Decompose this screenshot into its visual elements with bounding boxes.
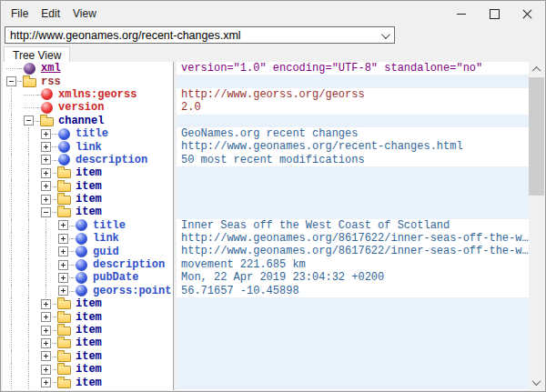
plus-icon[interactable]	[41, 299, 51, 309]
expander-plus-icon[interactable]	[37, 297, 55, 310]
expander-minus-icon[interactable]	[20, 115, 37, 127]
minus-icon[interactable]	[41, 207, 51, 217]
tree-node-xmlns:georss[interactable]: xmlns:georss	[3, 88, 173, 101]
expander-plus-icon[interactable]	[37, 337, 55, 349]
scrollbar-thumb[interactable]	[529, 77, 544, 196]
tree-node-item[interactable]: item	[3, 206, 173, 218]
tree-node-label[interactable]: link	[73, 141, 102, 154]
minus-icon[interactable]	[24, 116, 34, 126]
scroll-up-button[interactable]	[529, 62, 544, 77]
menu-file[interactable]: File	[5, 5, 35, 23]
tree-node-version[interactable]: version	[3, 101, 173, 114]
expander-plus-icon[interactable]	[37, 376, 55, 388]
tree-node-label[interactable]: item	[73, 180, 102, 193]
tree-node-label[interactable]: title	[90, 219, 126, 232]
tree-node-label[interactable]: description	[90, 258, 165, 271]
minimize-button[interactable]	[445, 3, 478, 25]
tree-node-label[interactable]: item	[73, 350, 102, 363]
expander-plus-icon[interactable]	[37, 140, 55, 153]
tree-node-label[interactable]: item	[73, 363, 102, 376]
tree-node-label[interactable]: item	[73, 193, 102, 206]
tree-node-link[interactable]: link	[3, 232, 173, 245]
tree-node-label[interactable]: version	[56, 101, 104, 114]
plus-icon[interactable]	[41, 326, 51, 336]
tree-node-item[interactable]: item	[3, 193, 173, 206]
tree-node-label[interactable]: channel	[56, 115, 104, 127]
tree-node-label[interactable]: xml	[38, 62, 61, 75]
plus-icon[interactable]	[41, 181, 51, 191]
tree-node-label[interactable]: guid	[90, 246, 119, 258]
plus-icon[interactable]	[41, 142, 51, 152]
expander-plus-icon[interactable]	[37, 363, 55, 376]
tree-node-item[interactable]: item	[3, 180, 173, 193]
expander-plus-icon[interactable]	[37, 350, 55, 363]
maximize-button[interactable]	[478, 3, 511, 25]
tree-node-item[interactable]: item	[3, 337, 173, 349]
plus-icon[interactable]	[41, 377, 51, 387]
minus-icon[interactable]	[6, 76, 16, 86]
tree-node-item[interactable]: item	[3, 363, 173, 376]
expander-plus-icon[interactable]	[55, 232, 72, 245]
vertical-scrollbar[interactable]	[529, 62, 544, 390]
expander-plus-icon[interactable]	[55, 258, 72, 271]
plus-icon[interactable]	[41, 155, 51, 165]
tree-node-channel[interactable]: channel	[3, 115, 173, 127]
menu-edit[interactable]: Edit	[35, 5, 66, 23]
tree-node-description[interactable]: description	[3, 154, 173, 166]
plus-icon[interactable]	[41, 365, 51, 375]
tree-node-label[interactable]: link	[90, 232, 119, 245]
tree-node-rss[interactable]: rss	[3, 75, 173, 87]
chevron-down-icon[interactable]	[381, 30, 390, 39]
tab-tree-view[interactable]: Tree View	[4, 46, 70, 63]
tree-node-label[interactable]: item	[73, 324, 102, 337]
tree-node-item[interactable]: item	[3, 324, 173, 337]
tree-node-label[interactable]: rss	[38, 75, 61, 88]
expander-plus-icon[interactable]	[37, 193, 55, 206]
url-combobox[interactable]: http://www.geonames.org/recent-changes.x…	[5, 26, 395, 44]
expander-minus-icon[interactable]	[3, 75, 20, 87]
tree-node-xml[interactable]: xml	[3, 62, 173, 75]
tree-node-link[interactable]: link	[3, 140, 173, 153]
plus-icon[interactable]	[58, 220, 68, 230]
tree-node-label[interactable]: item	[73, 206, 102, 218]
scroll-down-button[interactable]	[529, 375, 544, 390]
plus-icon[interactable]	[58, 286, 68, 296]
expander-plus-icon[interactable]	[55, 219, 72, 232]
plus-icon[interactable]	[58, 273, 68, 283]
tree-node-title[interactable]: title	[3, 127, 173, 140]
tree-node-label[interactable]: xmlns:georss	[56, 88, 136, 101]
tree-node-label[interactable]: item	[73, 166, 102, 179]
tree-node-label[interactable]: item	[73, 377, 102, 389]
expander-plus-icon[interactable]	[37, 180, 55, 193]
tree-node-label[interactable]: pubDate	[90, 271, 138, 284]
tree-node-georss:point[interactable]: georss:point	[3, 285, 173, 297]
tree-node-label[interactable]: item	[73, 311, 102, 324]
expander-plus-icon[interactable]	[37, 166, 55, 179]
plus-icon[interactable]	[58, 260, 68, 270]
tree-node-item[interactable]: item	[3, 166, 173, 179]
tree-node-label[interactable]: title	[73, 127, 108, 140]
tree-node-item[interactable]: item	[3, 297, 173, 310]
tree-node-description[interactable]: description	[3, 258, 173, 271]
tree-node-item[interactable]: item	[3, 350, 173, 363]
expander-minus-icon[interactable]	[37, 206, 55, 218]
menu-view[interactable]: View	[66, 5, 103, 23]
expander-plus-icon[interactable]	[37, 154, 55, 166]
tree-node-pubDate[interactable]: pubDate	[3, 271, 173, 284]
expander-plus-icon[interactable]	[37, 310, 55, 323]
plus-icon[interactable]	[41, 168, 51, 178]
tree-node-label[interactable]: item	[73, 297, 102, 310]
expander-plus-icon[interactable]	[55, 245, 72, 257]
plus-icon[interactable]	[58, 234, 68, 244]
plus-icon[interactable]	[41, 195, 51, 205]
plus-icon[interactable]	[41, 338, 51, 348]
close-button[interactable]	[511, 3, 543, 25]
plus-icon[interactable]	[41, 312, 51, 322]
plus-icon[interactable]	[41, 129, 51, 139]
plus-icon[interactable]	[58, 246, 68, 256]
tree-node-label[interactable]: description	[73, 154, 147, 166]
expander-plus-icon[interactable]	[55, 285, 72, 297]
expander-plus-icon[interactable]	[37, 127, 55, 140]
tree-node-item[interactable]: item	[3, 376, 173, 388]
tree-node-label[interactable]: georss:point	[90, 285, 171, 297]
